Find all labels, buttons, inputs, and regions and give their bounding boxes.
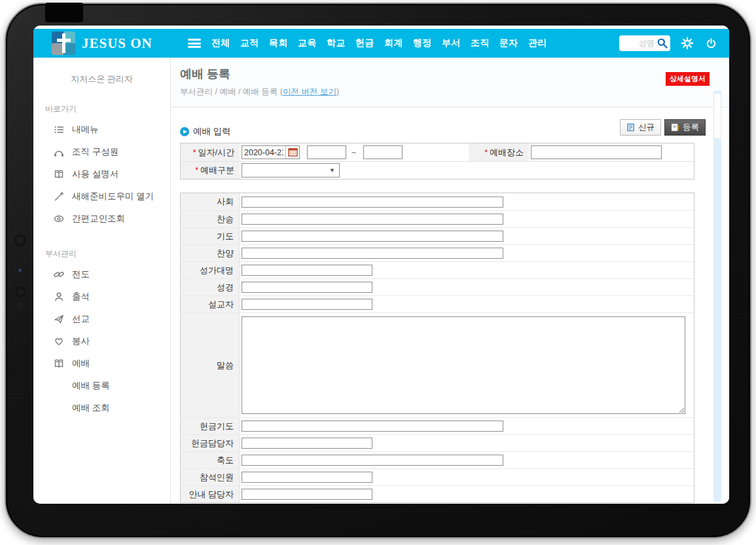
form-actions: 신규 등록 [620,119,706,136]
bible-input[interactable] [242,282,372,293]
date-time-cell: ~ [240,143,469,161]
worship-form-table: 사회찬송기도찬양성가대명성경설교자말씀헌금기도헌금담당자축도참석인원안내 담당자 [180,193,694,503]
sidebar-sections: 바로가기내메뉴조직 구성원사용 설명서새해준비도우미 열기간편교인조회부서관리전… [33,103,170,419]
bezel-camera [16,287,26,297]
hamburger-icon[interactable] [188,39,201,48]
sidebar-item-simple-member-search[interactable]: 간편교인조회 [33,208,170,230]
nav-item-4[interactable]: 학교 [327,37,346,49]
detail-manual-button[interactable]: 상세설명서 [666,72,710,86]
section-bullet-icon [180,127,189,136]
date-input[interactable] [242,148,285,157]
nav-item-5[interactable]: 헌금 [355,37,374,49]
type-cell: ▼ [240,162,694,179]
gear-icon[interactable] [681,37,694,50]
sermon-textarea[interactable] [242,316,685,414]
moderator-label: 사회 [181,193,240,210]
form-row-offering-manager: 헌금담당자 [181,434,694,451]
worship-header-table: *일자/시간 [180,143,694,179]
search-input[interactable] [623,39,655,48]
date-box [242,145,300,159]
place-input[interactable] [531,145,662,159]
date-time-label: *일자/시간 [181,143,240,161]
form-row-choir-name: 성가대명 [181,261,694,278]
plane-icon [53,314,64,325]
place-cell [529,143,694,161]
form-row-hymn: 찬송 [181,210,694,227]
form-row-preacher: 설교자 [181,295,694,312]
page-header: 예배 등록 부서관리 / 예배 / 예배 등록 (이전 버전 보기) 상세설명서 [171,58,729,107]
nav-item-10[interactable]: 문자 [499,37,518,49]
sidebar-item-user-manual[interactable]: 사용 설명서 [33,163,170,185]
breadcrumb: 부서관리 / 예배 / 예배 등록 (이전 버전 보기) [180,86,729,98]
tablet-frame: JESUS ON 전체교적목회교육학교헌금회계행정부서조직문자관리 [5,3,751,538]
sidebar-item-worship[interactable]: 예배 [33,352,170,375]
form-row-prayer: 기도 [181,227,694,244]
type-label: *예배구분 [181,162,240,179]
hymn-input[interactable] [242,214,503,225]
time-start-input[interactable] [307,145,346,159]
person-icon [53,291,64,303]
nav-item-9[interactable]: 조직 [471,37,490,49]
nav-item-7[interactable]: 행정 [413,37,432,49]
book-icon [53,358,64,369]
new-button[interactable]: 신규 [620,119,661,136]
app-logo[interactable]: JESUS ON [52,31,153,55]
new-document-icon [626,123,635,132]
nav-item-3[interactable]: 교육 [298,37,317,49]
moderator-input[interactable] [242,197,503,208]
usher-manager-input[interactable] [242,489,372,500]
form-row-offering-prayer: 헌금기도 [181,417,694,434]
preacher-input[interactable] [242,299,372,310]
time-end-input[interactable] [363,145,403,159]
sidebar-item-evangelism[interactable]: 전도 [33,263,170,286]
sidebar-item-my-menu[interactable]: 내메뉴 [33,119,170,141]
calendar-icon[interactable] [285,146,299,159]
attendee-count-label: 참석인원 [181,469,240,485]
sidebar-section-label: 바로가기 [45,103,170,115]
sidebar-section-label: 부서관리 [45,248,170,259]
sidebar-subitem-worship-1[interactable]: 예배 조회 [33,397,170,419]
link-icon [53,269,64,280]
sidebar-subitem-worship-0[interactable]: 예배 등록 [33,375,170,397]
praise-input[interactable] [242,248,503,259]
power-icon[interactable] [704,37,717,50]
choir-name-input[interactable] [242,265,372,276]
sidebar: 지저스온 관리자 바로가기내메뉴조직 구성원사용 설명서새해준비도우미 열기간편… [33,58,171,504]
nav-item-0[interactable]: 전체 [211,37,230,49]
form-row-moderator: 사회 [181,193,694,210]
manual-book-icon [53,169,64,180]
worship-type-select[interactable]: ▼ [242,163,340,178]
attendee-count-input[interactable] [242,472,372,483]
form-row-bible: 성경 [181,278,694,295]
sidebar-item-mission[interactable]: 선교 [33,308,170,330]
search-icon[interactable] [657,37,668,49]
nav-item-1[interactable]: 교적 [240,37,259,49]
submit-button[interactable]: 등록 [664,119,706,136]
scrollbar-track[interactable] [713,90,721,502]
previous-version-link[interactable]: 이전 버전 보기 [283,87,336,96]
logo-text: JESUS ON [82,35,153,52]
nav-item-8[interactable]: 부서 [442,37,461,49]
offering-manager-input[interactable] [242,438,372,449]
sidebar-item-attendance[interactable]: 출석 [33,286,170,308]
nav-item-6[interactable]: 회계 [384,37,403,49]
form-row-sermon: 말씀 [181,312,694,417]
preacher-label: 설교자 [181,296,240,312]
bezel-camera [14,235,26,246]
sidebar-item-service[interactable]: 봉사 [33,330,170,352]
cross-logo-icon [52,31,75,55]
chevron-down-icon: ▼ [329,167,335,174]
place-label: *예배장소 [469,143,529,161]
offering-prayer-label: 헌금기도 [181,418,240,434]
scrollbar-thumb[interactable] [713,93,721,139]
app-screen: JESUS ON 전체교적목회교육학교헌금회계행정부서조직문자관리 [33,26,729,504]
sidebar-item-new-year-helper[interactable]: 새해준비도우미 열기 [33,185,170,208]
sidebar-item-org-members[interactable]: 조직 구성원 [33,141,170,163]
prayer-input[interactable] [242,231,503,242]
offering-prayer-input[interactable] [242,421,503,432]
main-content: 예배 등록 부서관리 / 예배 / 예배 등록 (이전 버전 보기) 상세설명서… [171,58,729,504]
benediction-input[interactable] [242,455,503,466]
nav-item-11[interactable]: 관리 [528,37,547,49]
wand-icon [53,191,64,202]
nav-item-2[interactable]: 목회 [269,37,288,49]
